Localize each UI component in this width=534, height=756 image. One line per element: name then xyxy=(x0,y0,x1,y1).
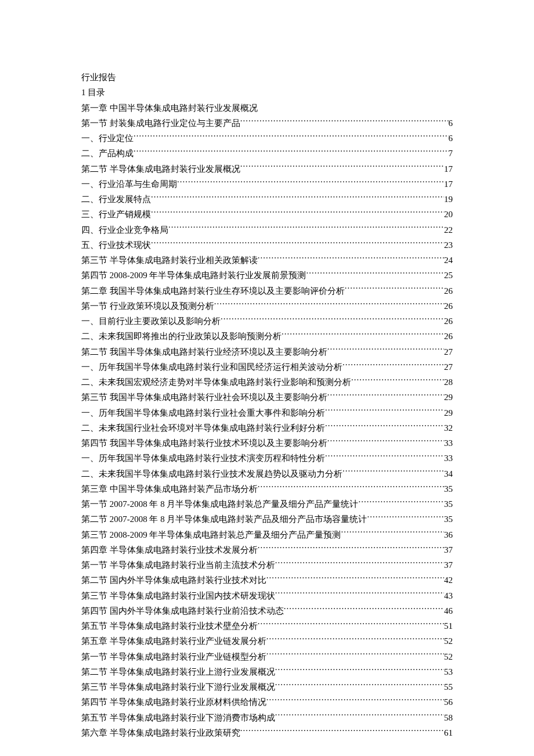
toc-entry: 二、未来我国行业社会环境对半导体集成电路封装行业利好分析32 xyxy=(81,420,453,435)
toc-entry: 第四章 半导体集成电路封装行业技术发展分析37 xyxy=(81,542,453,557)
toc-entry-label: 第二节 国内外半导体集成电路封装行业技术对比 xyxy=(81,573,266,588)
toc-entry-page: 52 xyxy=(444,649,453,664)
toc-entry: 四、行业企业竞争格局22 xyxy=(81,222,453,237)
toc-dot-leader xyxy=(275,712,444,721)
toc-entry: 第四节 国内外半导体集成电路封装行业前沿技术动态46 xyxy=(81,603,453,618)
toc-entry: 五、行业技术现状23 xyxy=(81,237,453,253)
toc-entry-label: 第四节 我国半导体集成电路封装行业技术环境以及主要影响分析 xyxy=(81,435,327,451)
toc-entry-label: 第五章 半导体集成电路封装行业产业链发展分析 xyxy=(81,633,266,649)
toc-entry-page: 24 xyxy=(444,253,453,268)
toc-entry-page: 7 xyxy=(449,146,453,161)
chapter-heading: 第一章 中国半导体集成电路封装行业发展概况 xyxy=(81,100,453,116)
toc-entry: 三、行业产销规模20 xyxy=(81,207,453,222)
toc-dot-leader xyxy=(325,452,444,461)
toc-entry: 第三节 半导体集成电路封装行业国内技术研发现状43 xyxy=(81,588,453,603)
toc-dot-leader xyxy=(168,224,444,233)
toc-entry-page: 42 xyxy=(444,573,453,588)
toc-entry-page: 36 xyxy=(444,527,453,542)
toc-entry: 第三节 我国半导体集成电路封装行业社会环境以及主要影响分析29 xyxy=(81,390,453,405)
toc-dot-leader xyxy=(306,269,445,278)
toc-entry: 第二节 我国半导体集成电路封装行业经济环境以及主要影响分析27 xyxy=(81,344,453,359)
toc-entry: 一、行业沿革与生命周期17 xyxy=(81,177,453,192)
toc-entry-page: 19 xyxy=(444,192,453,207)
toc-entry-page: 52 xyxy=(444,633,453,649)
toc-dot-leader xyxy=(266,574,444,583)
toc-entry-page: 46 xyxy=(444,603,453,618)
toc-dot-leader xyxy=(327,437,444,446)
toc-entry-page: 35 xyxy=(444,496,453,512)
doc-title: 行业报告 xyxy=(81,70,453,85)
toc-entry-label: 第三章 中国半导体集成电路封装产品市场分析 xyxy=(81,481,258,496)
toc-entry: 一、目前行业主要政策以及影响分析26 xyxy=(81,314,453,329)
toc-entry: 一、历年我国半导体集成电路封装行业社会重大事件和影响分析29 xyxy=(81,405,453,420)
toc-entry: 二、未来我国半导体集成电路封装行业技术发展趋势以及驱动力分析34 xyxy=(81,466,453,481)
toc-entry: 第四节 半导体集成电路封装行业原材料供给情况56 xyxy=(81,694,453,710)
toc-entry-page: 27 xyxy=(444,344,453,359)
toc-entry-label: 第二节 半导体集成电路封装行业发展概况 xyxy=(81,161,240,177)
toc-dot-leader xyxy=(342,468,444,477)
toc-entry-label: 第二节 我国半导体集成电路封装行业经济环境以及主要影响分析 xyxy=(81,344,327,359)
toc-entry: 第四节 2008-2009 年半导体集成电路封装行业发展前景预测25 xyxy=(81,268,453,283)
toc-dot-leader xyxy=(240,727,444,736)
toc-entry-page: 26 xyxy=(444,298,453,314)
toc-entry-label: 第一节 半导体集成电路封装行业当前主流技术分析 xyxy=(81,557,275,573)
toc-entry: 第六章 半导体集成电路封装行业政策研究61 xyxy=(81,725,453,740)
toc-entry-label: 第三节 半导体集成电路封装行业下游行业发展概况 xyxy=(81,679,275,694)
toc-entry: 第二节 国内外半导体集成电路封装行业技术对比42 xyxy=(81,573,453,588)
toc-entry-label: 二、未来我国即将推出的行业政策以及影响预测分析 xyxy=(81,329,282,344)
toc-entry-page: 27 xyxy=(444,359,453,375)
toc-entry-label: 第二章 我国半导体集成电路封装行业生存环境以及主要影响评价分析 xyxy=(81,283,345,298)
toc-entry-label: 二、未来我国半导体集成电路封装行业技术发展趋势以及驱动力分析 xyxy=(81,466,342,481)
toc-entry-label: 第四节 国内外半导体集成电路封装行业前沿技术动态 xyxy=(81,603,284,618)
toc-entry-page: 23 xyxy=(444,237,453,253)
toc-entry: 第一节 行业政策环境以及预测分析26 xyxy=(81,298,453,314)
toc-dot-leader xyxy=(214,300,444,309)
toc-entry-page: 26 xyxy=(444,329,453,344)
toc-entry-label: 第四节 半导体集成电路封装行业原材料供给情况 xyxy=(81,694,266,710)
toc-entry-page: 6 xyxy=(449,131,453,146)
toc-entry: 第五节 半导体集成电路封装行业技术壁垒分析51 xyxy=(81,618,453,633)
toc-entry: 第二节 半导体集成电路封装行业发展概况17 xyxy=(81,161,453,177)
toc-dot-leader xyxy=(325,422,444,431)
toc-entry: 二、行业发展特点19 xyxy=(81,192,453,207)
toc-dot-leader xyxy=(327,346,444,355)
toc-entry: 一、历年我国半导体集成电路封装行业技术演变历程和特性分析33 xyxy=(81,451,453,466)
toc-entry-label: 第一节 封装集成电路行业定位与主要产品 xyxy=(81,116,240,131)
toc-entry-label: 五、行业技术现状 xyxy=(81,237,151,253)
toc-entry-page: 33 xyxy=(444,451,453,466)
toc-entry-page: 20 xyxy=(444,207,453,222)
toc-entry-label: 第一节 2007-2008 年 8 月半导体集成电路封装总产量及细分产品产量统计 xyxy=(81,496,359,512)
toc-entry-label: 一、历年我国半导体集成电路封装行业和国民经济运行相关波动分析 xyxy=(81,359,342,375)
toc-entry-label: 第六章 半导体集成电路封装行业政策研究 xyxy=(81,725,240,740)
toc-entry: 第二节 2007-2008 年 8 月半导体集成电路封装产品及细分产品市场容量统… xyxy=(81,512,453,527)
toc-entry: 一、行业定位6 xyxy=(81,131,453,146)
toc-entry-page: 35 xyxy=(444,481,453,496)
toc-entry-label: 二、未来我国行业社会环境对半导体集成电路封装行业利好分析 xyxy=(81,420,325,435)
toc-dot-leader xyxy=(221,315,444,324)
toc-dot-leader xyxy=(284,605,444,614)
toc-entry: 第一节 封装集成电路行业定位与主要产品6 xyxy=(81,116,453,131)
toc-dot-leader xyxy=(275,559,444,568)
toc-dot-leader xyxy=(258,544,444,553)
toc-dot-leader xyxy=(275,666,444,675)
toc-dot-leader xyxy=(341,529,445,538)
toc-entry-page: 37 xyxy=(444,542,453,557)
toc-entry-page: 56 xyxy=(444,694,453,710)
toc-dot-leader xyxy=(134,132,449,141)
toc-entry-page: 6 xyxy=(449,116,453,131)
toc-entry-page: 25 xyxy=(444,268,453,283)
toc-title: 1 目录 xyxy=(81,85,453,100)
toc-dot-leader xyxy=(282,330,444,339)
toc-entry-page: 17 xyxy=(444,161,453,177)
toc-entry-page: 22 xyxy=(444,222,453,237)
toc-dot-leader xyxy=(327,391,444,400)
toc-dot-leader xyxy=(258,254,444,263)
toc-entry-page: 29 xyxy=(444,405,453,420)
toc-entry-label: 第二节 2007-2008 年 8 月半导体集成电路封装产品及细分产品市场容量统… xyxy=(81,512,367,527)
toc-dot-leader xyxy=(258,620,444,629)
toc-entry-label: 第三节 半导体集成电路封装行业相关政策解读 xyxy=(81,253,258,268)
toc-entry-label: 第五节 半导体集成电路封装行业下游消费市场构成 xyxy=(81,710,275,725)
toc-dot-leader xyxy=(266,635,444,644)
toc-entry-label: 一、目前行业主要政策以及影响分析 xyxy=(81,314,221,329)
toc-entry: 第一节 2007-2008 年 8 月半导体集成电路封装总产量及细分产品产量统计… xyxy=(81,496,453,512)
